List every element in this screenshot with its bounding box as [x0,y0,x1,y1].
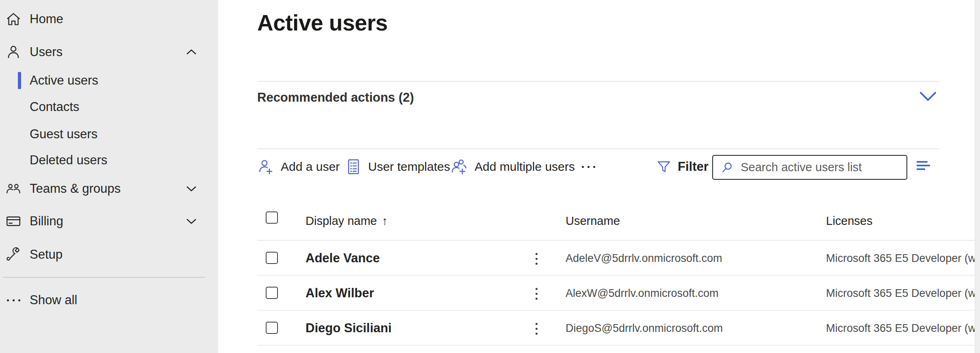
template-list-icon [345,158,362,176]
recommended-actions-header[interactable]: Recommended actions (2) [257,90,414,105]
column-header-licenses[interactable]: Licenses [826,214,872,228]
filter-funnel-icon [656,159,672,175]
table-header-row: Display name↑ Username Licenses [0,205,980,241]
sidebar-item-contacts[interactable]: Contacts [0,95,218,119]
people-team-icon [4,179,23,198]
divider [257,148,939,149]
divider [257,81,939,82]
licenses-cell: Microsoft 365 E5 Developer (withou [826,252,975,265]
sidebar-item-label: Deleted users [30,153,107,168]
row-more-actions-icon[interactable] [529,285,543,303]
username-cell: AlexW@5drrlv.onmicrosoft.com [566,287,718,300]
sidebar-item-label: Contacts [30,100,79,114]
toolbar-button-label: Add multiple users [475,160,575,174]
table-row[interactable]: Diego Siciliani DiegoS@5drrlv.onmicrosof… [0,311,980,346]
user-templates-button[interactable]: User templates [345,154,450,180]
toolbar-button-label: Filter [678,159,709,174]
more-actions-icon [582,166,595,168]
sidebar-item-home[interactable]: Home [0,7,218,31]
toolbar-button-label: Add a user [281,160,340,174]
table-row[interactable]: Alex Wilber AlexW@5drrlv.onmicrosoft.com… [0,276,980,311]
add-multiple-users-button[interactable]: Add multiple users [450,154,575,180]
display-name-cell[interactable]: Adele Vance [306,251,380,266]
user-icon [4,43,23,61]
display-name-cell[interactable]: Alex Wilber [306,286,374,301]
add-a-user-button[interactable]: Add a user [257,154,340,180]
table-row[interactable]: Adele Vance AdeleV@5drrlv.onmicrosoft.co… [0,241,980,276]
filter-button[interactable]: Filter [656,154,709,180]
display-name-cell[interactable]: Diego Siciliani [306,321,392,336]
sort-lines-icon[interactable] [917,161,933,172]
chevron-down-icon[interactable] [919,90,937,102]
active-users-page: Home Users Active users Contacts [0,0,980,353]
search-icon [720,161,734,174]
row-checkbox[interactable] [266,287,278,299]
vertical-scrollbar[interactable] [975,0,980,353]
column-header-display-name[interactable]: Display name↑ [306,214,388,228]
sidebar-item-label: Active users [30,73,98,88]
row-checkbox[interactable] [266,252,278,264]
column-header-username[interactable]: Username [566,214,620,228]
select-all-checkbox[interactable] [266,211,278,224]
sidebar-item-active-users[interactable]: Active users [0,69,218,92]
selected-indicator [18,72,21,89]
toolbar-button-label: User templates [368,160,450,174]
chevron-down-icon[interactable] [186,184,201,194]
sidebar-item-label: Users [30,45,63,59]
page-title: Active users [257,10,388,36]
row-more-actions-icon[interactable] [529,320,543,338]
sidebar-item-label: Guest users [30,127,98,142]
chevron-up-icon[interactable] [186,47,201,57]
home-icon [4,10,23,28]
sidebar-item-teams-groups[interactable]: Teams & groups [0,177,218,200]
sidebar-item-label: Home [30,12,63,26]
username-cell: DiegoS@5drrlv.onmicrosoft.com [566,322,723,335]
search-input[interactable] [741,156,906,179]
sidebar-item-users[interactable]: Users [0,40,218,64]
people-add-icon [450,158,469,176]
row-more-actions-icon[interactable] [529,250,543,268]
divider [257,345,980,346]
row-checkbox[interactable] [266,322,278,334]
sidebar-item-label: Teams & groups [30,181,121,196]
sort-ascending-icon: ↑ [382,214,388,227]
more-actions-button[interactable] [582,159,595,174]
licenses-cell: Microsoft 365 E5 Developer (withou [826,322,975,335]
sidebar-item-guest-users[interactable]: Guest users [0,122,218,146]
person-add-icon [257,158,275,176]
licenses-cell: Microsoft 365 E5 Developer (withou [826,287,975,300]
search-box [712,155,907,180]
sidebar-item-deleted-users[interactable]: Deleted users [0,148,218,172]
column-header-label: Display name [306,214,377,227]
username-cell: AdeleV@5drrlv.onmicrosoft.com [566,252,722,265]
